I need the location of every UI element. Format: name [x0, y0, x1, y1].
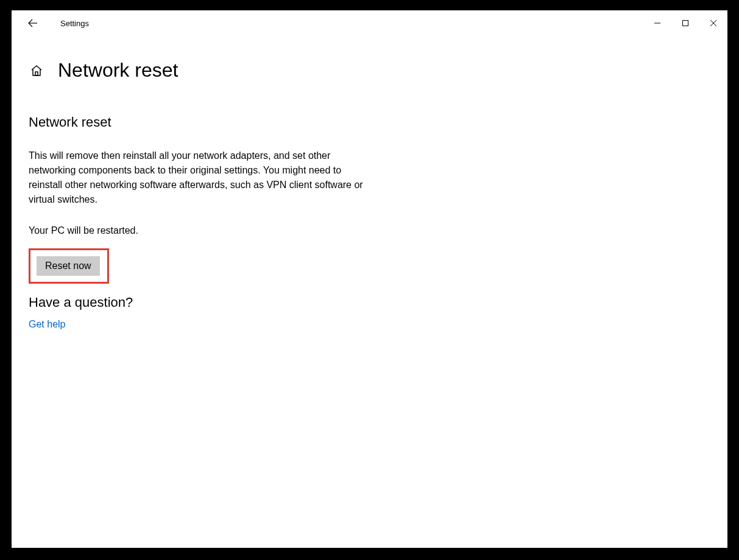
home-button[interactable] [29, 63, 44, 79]
close-button[interactable] [699, 13, 727, 33]
highlight-annotation: Reset now [29, 248, 109, 284]
settings-window: Settings [12, 10, 727, 548]
back-arrow-icon [27, 18, 38, 29]
section-title: Network reset [29, 114, 710, 130]
page-title: Network reset [58, 59, 178, 82]
minimize-button[interactable] [643, 13, 671, 33]
close-icon [710, 19, 717, 27]
reset-now-button[interactable]: Reset now [37, 256, 100, 276]
titlebar: Settings [12, 10, 727, 36]
maximize-icon [682, 19, 689, 27]
app-title: Settings [60, 19, 89, 28]
description-text: This will remove then reinstall all your… [29, 149, 370, 207]
home-icon [30, 64, 43, 77]
minimize-icon [654, 19, 661, 27]
svg-rect-5 [35, 72, 38, 75]
svg-rect-2 [683, 21, 688, 26]
have-a-question-title: Have a question? [29, 295, 710, 310]
get-help-link[interactable]: Get help [29, 319, 65, 329]
restart-notice: Your PC will be restarted. [29, 225, 710, 236]
content-area: Network reset Network reset This will re… [12, 36, 727, 330]
maximize-button[interactable] [671, 13, 699, 33]
back-button[interactable] [24, 14, 42, 32]
